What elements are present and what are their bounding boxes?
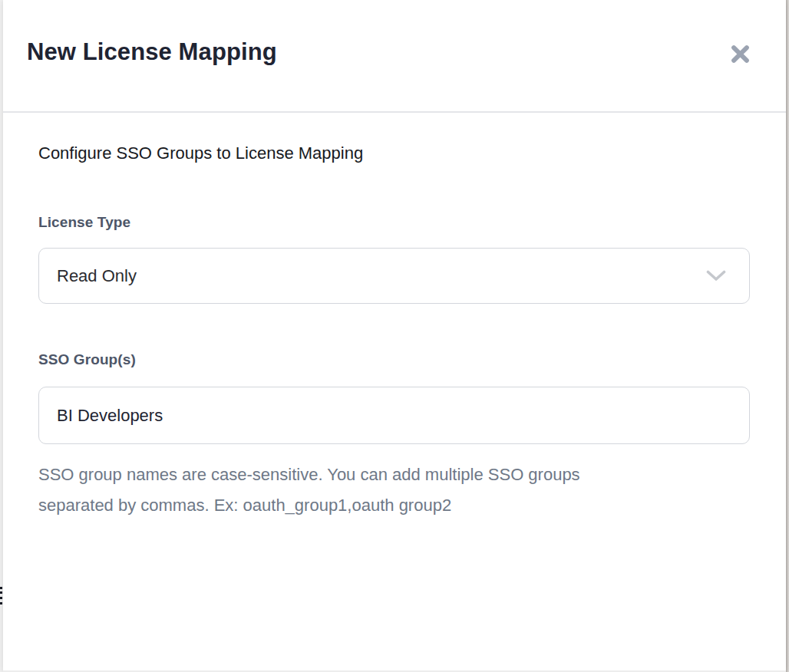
page-title: New License Mapping <box>27 38 751 66</box>
modal-header: New License Mapping <box>3 0 786 112</box>
background-right-sliver <box>786 0 789 672</box>
sso-groups-label: SSO Group(s) <box>38 351 750 368</box>
license-type-select[interactable]: Read Only <box>38 248 750 304</box>
sso-groups-input[interactable] <box>38 387 750 444</box>
license-type-field-group: License Type Read Only <box>38 214 750 304</box>
sso-groups-helper-text: SSO group names are case-sensitive. You … <box>38 460 750 521</box>
license-type-selected-value: Read Only <box>57 266 706 286</box>
chevron-down-icon <box>706 270 726 282</box>
close-button[interactable] <box>726 40 754 68</box>
helper-text-line1: SSO group names are case-sensitive. You … <box>38 460 750 490</box>
background-content-fragment <box>0 602 2 604</box>
background-content-fragment <box>0 591 2 594</box>
sso-groups-field-group: SSO Group(s) SSO group names are case-se… <box>38 351 750 521</box>
new-license-mapping-modal: New License Mapping Configure SSO Groups… <box>3 0 786 672</box>
license-type-label: License Type <box>38 214 750 231</box>
background-content-fragment <box>0 587 2 589</box>
modal-body: Configure SSO Groups to License Mapping … <box>3 112 786 521</box>
background-content-fragment <box>0 597 2 599</box>
close-icon <box>730 44 751 64</box>
header-divider <box>3 111 786 113</box>
viewport: New License Mapping Configure SSO Groups… <box>0 0 789 672</box>
subtitle: Configure SSO Groups to License Mapping <box>38 142 750 165</box>
helper-text-line2: separated by commas. Ex: oauth_group1,oa… <box>38 490 750 521</box>
